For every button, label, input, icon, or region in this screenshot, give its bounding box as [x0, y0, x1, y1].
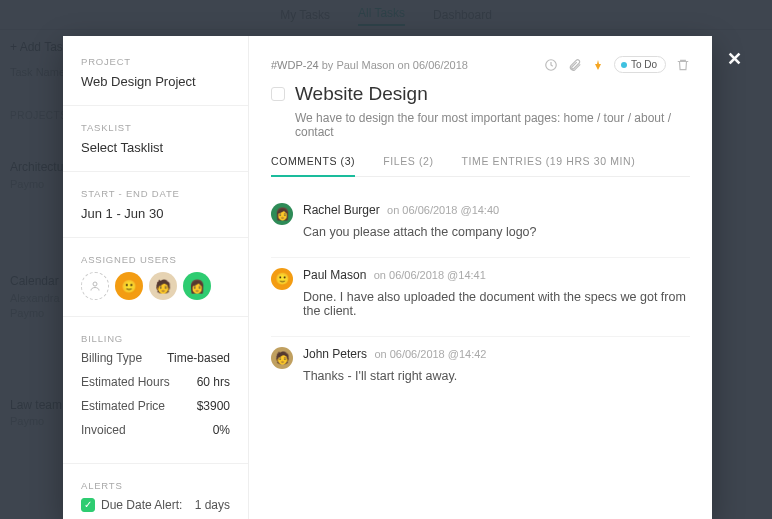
dates-section: START - END DATE Jun 1 - Jun 30 [63, 188, 248, 238]
billing-price-value: $3900 [197, 399, 230, 413]
comment-author: Rachel Burger [303, 203, 380, 217]
avatar[interactable]: 🧑 [149, 272, 177, 300]
avatar: 👩 [271, 203, 293, 225]
history-icon[interactable] [544, 58, 558, 72]
billing-hours-label: Estimated Hours [81, 375, 170, 389]
delete-icon[interactable] [676, 58, 690, 72]
avatar[interactable]: 🙂 [115, 272, 143, 300]
comment-time: on 06/06/2018 @14:40 [387, 204, 499, 216]
tab-time-entries[interactable]: TIME ENTRIES (19 HRS 30 MIN) [462, 155, 636, 176]
project-label: PROJECT [81, 56, 230, 67]
status-text: To Do [631, 59, 657, 70]
task-sidebar: PROJECT Web Design Project TASKLIST Sele… [63, 36, 249, 519]
comment-item: 👩 Rachel Burger on 06/06/2018 @14:40 Can… [271, 193, 690, 258]
tasklist-section: TASKLIST Select Tasklist [63, 122, 248, 172]
alerts-section: ALERTS Due Date Alert: 1 days Time Budge… [63, 480, 248, 519]
billing-section: BILLING Billing TypeTime-based Estimated… [63, 333, 248, 464]
billing-price-label: Estimated Price [81, 399, 165, 413]
add-user-button[interactable] [81, 272, 109, 300]
tasklist-label: TASKLIST [81, 122, 230, 133]
billing-type-value: Time-based [167, 351, 230, 365]
project-value[interactable]: Web Design Project [81, 74, 230, 89]
assigned-users-section: ASSIGNED USERS 🙂 🧑 👩 [63, 254, 248, 317]
avatar: 🙂 [271, 268, 293, 290]
dates-value[interactable]: Jun 1 - Jun 30 [81, 206, 230, 221]
comment-text: Done. I have also uploaded the document … [303, 290, 690, 318]
comment-text: Thanks - I'll start right away. [303, 369, 690, 383]
task-description[interactable]: We have to design the four most importan… [295, 111, 690, 139]
comment-text: Can you please attach the company logo? [303, 225, 690, 239]
comment-author: John Peters [303, 347, 367, 361]
task-id: #WDP-24 [271, 59, 319, 71]
task-meta-row: #WDP-24 by Paul Mason on 06/06/2018 To D… [271, 56, 690, 73]
tab-files[interactable]: FILES (2) [383, 155, 433, 176]
task-tabs: COMMENTS (3) FILES (2) TIME ENTRIES (19 … [271, 155, 690, 177]
dates-label: START - END DATE [81, 188, 230, 199]
task-detail-modal: PROJECT Web Design Project TASKLIST Sele… [63, 36, 712, 519]
billing-invoiced-label: Invoiced [81, 423, 126, 437]
due-date-alert-label: Due Date Alert: [101, 498, 182, 512]
comment-item: 🙂 Paul Mason on 06/06/2018 @14:41 Done. … [271, 258, 690, 337]
assigned-label: ASSIGNED USERS [81, 254, 230, 265]
billing-type-label: Billing Type [81, 351, 142, 365]
status-dot-icon [621, 62, 627, 68]
billing-invoiced-value: 0% [213, 423, 230, 437]
close-icon[interactable]: ✕ [727, 48, 742, 70]
pin-icon[interactable] [592, 58, 604, 72]
comment-author: Paul Mason [303, 268, 366, 282]
comment-time: on 06/06/2018 @14:42 [374, 348, 486, 360]
task-complete-checkbox[interactable] [271, 87, 285, 101]
avatar: 🧑 [271, 347, 293, 369]
avatar[interactable]: 👩 [183, 272, 211, 300]
comment-time: on 06/06/2018 @14:41 [374, 269, 486, 281]
project-section: PROJECT Web Design Project [63, 56, 248, 106]
due-date-alert-value: 1 days [195, 498, 230, 512]
status-pill[interactable]: To Do [614, 56, 666, 73]
tab-comments[interactable]: COMMENTS (3) [271, 155, 355, 177]
task-byline: by Paul Mason on 06/06/2018 [319, 59, 468, 71]
billing-label: BILLING [81, 333, 230, 344]
attachment-icon[interactable] [568, 58, 582, 72]
comment-item: 🧑 John Peters on 06/06/2018 @14:42 Thank… [271, 337, 690, 401]
task-main: #WDP-24 by Paul Mason on 06/06/2018 To D… [249, 36, 712, 519]
alerts-label: ALERTS [81, 480, 230, 491]
billing-hours-value: 60 hrs [197, 375, 230, 389]
tasklist-value[interactable]: Select Tasklist [81, 140, 230, 155]
task-title[interactable]: Website Design [295, 83, 428, 105]
svg-point-0 [93, 282, 97, 286]
due-date-alert-checkbox[interactable] [81, 498, 95, 512]
comments-list: 👩 Rachel Burger on 06/06/2018 @14:40 Can… [271, 177, 690, 401]
